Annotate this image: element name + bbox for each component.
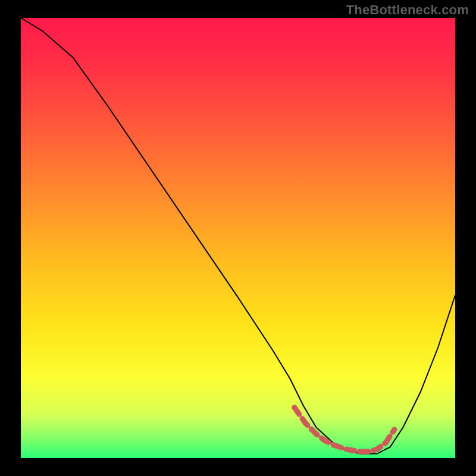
optimal-band-dot: [357, 449, 362, 454]
optimal-band-dot: [344, 447, 349, 452]
optimal-band-dot: [292, 405, 297, 410]
watermark-label: TheBottleneck.com: [346, 2, 469, 18]
optimal-band-dot: [392, 427, 397, 432]
chart-svg: [0, 0, 476, 476]
optimal-band-dot: [374, 447, 380, 452]
optimal-band-dot: [322, 438, 328, 443]
optimal-band-dot: [303, 420, 308, 425]
optimal-band-dot: [366, 449, 371, 454]
optimal-band-dot: [314, 431, 319, 437]
chart-container: TheBottleneck.com: [0, 0, 476, 476]
optimal-band-dot: [331, 442, 336, 447]
optimal-band-dot: [383, 440, 389, 446]
gradient-background: [21, 18, 455, 458]
